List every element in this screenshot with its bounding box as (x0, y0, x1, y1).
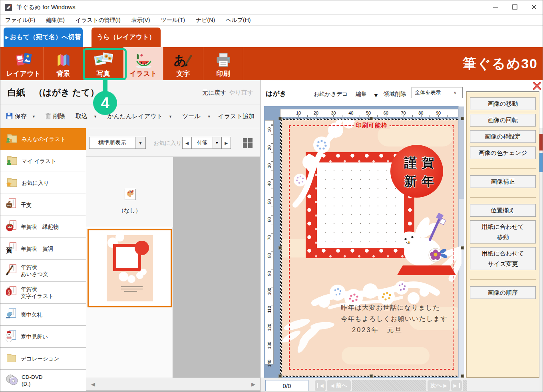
menu-item[interactable]: イラストの管理(I) (76, 17, 121, 24)
ruler-tick-label: 90 (267, 271, 272, 276)
card-canvas[interactable]: 謹賀 新年 昨年は大変お世話になりました 今年もよろしくお願いいたします 202… (282, 120, 461, 376)
scroll-left-icon[interactable]: ◀ (91, 381, 95, 387)
menu-item[interactable]: ヘルプ(H) (226, 17, 251, 24)
annotation-highlight-box (83, 48, 127, 80)
thumbnail-none[interactable]: （なし） (86, 157, 173, 227)
close-panel-icon[interactable] (533, 82, 541, 90)
selection-handle[interactable] (461, 374, 464, 378)
thumbnail-selected-card[interactable] (88, 229, 172, 307)
first-icon: ◀ (320, 383, 323, 388)
image-tool-button[interactable]: 画像の回転 (470, 114, 536, 127)
scrollbar-thumb[interactable] (459, 107, 464, 199)
selection-handle[interactable] (370, 374, 373, 378)
nav-scrollbar-track[interactable] (352, 380, 426, 391)
selection-handle[interactable] (370, 117, 373, 120)
undo-button[interactable]: 元に戻す (202, 89, 227, 97)
sidebar-category-item[interactable]: デコレーション (0, 348, 86, 370)
region-delete-button[interactable]: 領域削除 (384, 91, 406, 98)
selection-handle[interactable] (278, 117, 282, 120)
sidebar-category-item[interactable]: 干支 干支 (0, 194, 86, 216)
toolbar-button[interactable]: あ 文字 (163, 47, 203, 80)
chevron-down-icon[interactable]: ▼ (213, 137, 221, 149)
scroll-right-icon[interactable]: ▶ (251, 381, 255, 387)
image-tool-button[interactable]: 画像補正 (470, 175, 536, 188)
image-tool-button[interactable]: 画像の色チェンジ (470, 147, 536, 159)
chevron-down-icon[interactable]: ▼ (207, 115, 211, 119)
chevron-down-icon[interactable]: ▼ (32, 115, 36, 119)
import-button[interactable]: 取込▼ (76, 113, 97, 120)
sidebar-category-item[interactable]: 喪中欠礼 (0, 304, 86, 326)
selection-handle[interactable] (461, 117, 464, 120)
annotation-step-badge: 4 (93, 91, 117, 115)
selected-image-marquee[interactable]: 謹賀 新年 昨年は大変お世話になりました 今年もよろしくお願いいたします 202… (280, 119, 463, 377)
chevron-down-icon[interactable]: ▼ (169, 115, 172, 119)
last-page-button[interactable]: ▶ (451, 380, 462, 391)
menu-item[interactable]: 表示(V) (131, 17, 150, 24)
scrollbar-thumb[interactable] (539, 153, 543, 172)
prev-page-button[interactable]: ◀前へ (327, 380, 351, 391)
sidebar-category-item[interactable]: マイ イラスト (0, 150, 86, 172)
image-tool-button[interactable]: 位置揃え (470, 204, 536, 217)
minimize-button[interactable] (486, 0, 505, 15)
selection-handle[interactable] (461, 246, 464, 249)
sidebar-category-item[interactable]: 賀 年賀状 賀詞 (0, 238, 86, 260)
tab-front-switch[interactable]: ▶ おもて（宛て名）へ切替 (4, 28, 83, 47)
preview-vertical-scrollbar[interactable] (458, 106, 464, 378)
sidebar-category-item[interactable]: 元旦 年賀状 文字イラスト (0, 282, 86, 304)
toolbar-button[interactable]: 印刷 (203, 47, 243, 80)
image-tool-button[interactable]: 用紙に合わせて 移動 (470, 220, 536, 244)
chevron-down-icon[interactable]: ▼ (373, 92, 379, 99)
sidebar-category-item[interactable]: みんなのイラスト (0, 128, 86, 150)
selection-handle[interactable] (278, 374, 282, 378)
image-tool-button[interactable]: 画像の枠設定 (470, 130, 536, 143)
easy-layout-button[interactable]: かんたんレイアウト▼ (107, 113, 172, 120)
tools-button[interactable]: ツール▼ (182, 113, 211, 120)
menu-item[interactable]: ファイル(F) (5, 17, 35, 24)
category-sidebar: みんなのイラスト マイ イラスト お気に入り 干支 干支 年賀状 縁起物 (0, 128, 86, 392)
sidebar-category-item[interactable]: 年賀状 あいさつ文 (0, 260, 86, 282)
main-toolbar: レイアウト 背景 写真 イラスト あ (0, 47, 543, 80)
sidebar-category-item[interactable]: 寒中見舞い (0, 326, 86, 348)
svg-text:旦: 旦 (7, 293, 10, 295)
delete-button[interactable]: 削除 (45, 113, 65, 121)
print-icon (215, 51, 232, 69)
tag-prev-button[interactable]: ◀ (182, 137, 192, 149)
redo-button[interactable]: やり直す (229, 89, 253, 97)
toolbar-button[interactable]: レイアウト (4, 47, 44, 80)
chevron-down-icon[interactable]: ▼ (93, 115, 97, 119)
tag-next-button[interactable]: ▶ (221, 137, 231, 149)
image-tool-button[interactable]: 画像の順序 (470, 286, 536, 299)
edit-button[interactable]: 編集 (356, 91, 367, 98)
sidebar-category-item[interactable]: CD-DVD (D:) (0, 370, 86, 392)
sidebar-category-item[interactable]: 年賀状 縁起物 (0, 216, 86, 238)
toolbar-button[interactable]: 背景 (44, 47, 84, 80)
menu-item[interactable]: 編集(E) (46, 17, 65, 24)
maximize-button[interactable] (505, 0, 524, 15)
close-button[interactable] (524, 0, 543, 15)
sidebar-scrollbar[interactable] (539, 128, 543, 392)
paint-deco-button[interactable]: お絵かきデコ (314, 91, 348, 98)
selection-handle[interactable] (278, 246, 282, 249)
scrollbar-segment (539, 134, 543, 150)
toolbar-button[interactable]: イラスト (123, 47, 163, 80)
tab-back-layout[interactable]: うら（レイアウト） (91, 28, 161, 47)
menu-item[interactable]: ツール(T) (161, 17, 185, 24)
image-tool-button[interactable]: 用紙に合わせて サイズ変更 (470, 247, 536, 270)
nav-scrollbar-track (463, 380, 467, 391)
sidebar-category-item[interactable]: お気に入り (0, 172, 86, 194)
first-page-button[interactable]: ◀ (315, 380, 326, 391)
card-preview-viewport[interactable]: 102030405060708090 102030405060708090100… (264, 106, 464, 378)
menu-item[interactable]: ナビ(N) (196, 17, 215, 24)
ruler-tick-label: 60 (384, 111, 388, 115)
next-page-button[interactable]: 次へ▶ (428, 380, 450, 391)
gallery-horizontal-scrollbar[interactable]: ◀ ▶ (86, 378, 260, 390)
image-tool-button[interactable]: 画像の移動 (470, 97, 536, 110)
grid-view-icon[interactable] (243, 138, 253, 150)
ruler-tick-label: 10 (296, 111, 301, 115)
save-button[interactable]: 保存▼ (6, 113, 36, 121)
add-illustration-button[interactable]: イラスト追加 (218, 113, 255, 120)
minimize-icon (493, 4, 498, 11)
chevron-down-icon[interactable]: ▼ (135, 137, 145, 148)
sort-order-select[interactable]: 標準順表示 ▼ (89, 137, 146, 149)
zoom-select[interactable]: 全体を表示 ∨ (412, 87, 463, 98)
